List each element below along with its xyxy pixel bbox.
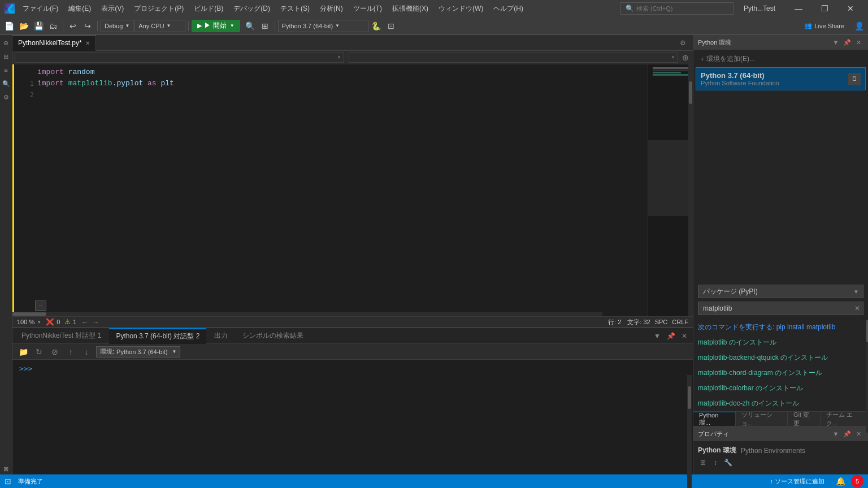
code-editor[interactable]: import random import matplotlib.pyplot a…: [12, 64, 648, 316]
properties-close-button[interactable]: ✕: [853, 429, 863, 439]
properties-dropdown-button[interactable]: ▼: [831, 429, 841, 439]
zoom-dropdown[interactable]: 100 % ▼: [17, 319, 41, 325]
package-source-dropdown[interactable]: パッケージ (PyPI) ▼: [698, 285, 863, 298]
menu-tools[interactable]: ツール(T): [349, 2, 387, 16]
platform-dropdown[interactable]: Any CPU ▼: [134, 20, 185, 32]
minimap-slider[interactable]: [648, 140, 693, 216]
bottom-tab-1[interactable]: PythonNikkeiTest 対話型 1: [15, 328, 108, 344]
environments-button[interactable]: 🐍: [370, 19, 383, 33]
close-button[interactable]: ✕: [837, 0, 863, 17]
bottom-vscrollbar[interactable]: [687, 375, 692, 488]
sidebar-icon-4[interactable]: 🔍: [1, 78, 12, 89]
bottom-tab-2[interactable]: Python 3.7 (64-bit) 対話型 2: [109, 328, 206, 344]
package-result-0[interactable]: 次のコマンドを実行する: pip install matplotlib: [698, 320, 863, 335]
menu-build[interactable]: ビルド(B): [189, 2, 228, 16]
panel-tab-solution[interactable]: ソリューショ...: [736, 412, 788, 426]
undo-button[interactable]: ↩: [66, 19, 80, 33]
properties-pin-button[interactable]: 📌: [842, 429, 852, 439]
panel-pin-button[interactable]: 📌: [842, 37, 852, 47]
package-result-2[interactable]: matplotlib-backend-qtquick のインストール: [698, 350, 863, 365]
sidebar-icon-1[interactable]: ⊕: [1, 37, 12, 49]
maximize-button[interactable]: ❐: [811, 0, 837, 17]
interactive-env-selector[interactable]: 環境: Python 3.7 (64-bit) ▼: [96, 346, 180, 358]
package-result-5[interactable]: matplotlib-doc-zh のインストール: [698, 396, 863, 411]
add-tab-button[interactable]: ⊕: [680, 53, 691, 63]
settings-icon[interactable]: ⚙: [677, 37, 688, 49]
debug-config-dropdown[interactable]: Debug ▼: [101, 20, 133, 32]
property-icon-3[interactable]: 🔧: [723, 457, 733, 468]
editor-vscrollbar[interactable]: [688, 64, 693, 316]
save-button[interactable]: 💾: [32, 19, 45, 33]
menu-debug[interactable]: デバッグ(D): [229, 2, 275, 16]
search-in-code-button[interactable]: 🔍: [244, 19, 257, 33]
package-source-select[interactable]: パッケージ (PyPI): [698, 285, 863, 298]
panel-tab-team[interactable]: チーム エク...: [821, 412, 868, 426]
bottom-panel-pin[interactable]: 📌: [665, 330, 677, 342]
package-search-input[interactable]: [698, 302, 852, 315]
panel-dropdown-button[interactable]: ▼: [831, 37, 841, 47]
sidebar-icon-bottom[interactable]: ⊠: [1, 463, 12, 474]
menu-edit[interactable]: 編集(E): [64, 2, 96, 16]
code-line-1[interactable]: import random: [35, 67, 648, 78]
source-control-status[interactable]: ↑ ソース管理に追加: [767, 477, 827, 486]
repl-refresh-button[interactable]: ↻: [33, 346, 45, 358]
editor-hscrollbar[interactable]: [12, 312, 602, 316]
new-file-button[interactable]: 📄: [2, 19, 16, 33]
property-icon-1[interactable]: ⊞: [698, 457, 708, 468]
tab-close-button[interactable]: ✕: [85, 40, 90, 46]
repl-clear-button[interactable]: ⊘: [49, 346, 61, 358]
code-line-2[interactable]: import matplotlib.pyplot as plt: [35, 78, 648, 89]
menu-analyze[interactable]: 分析(N): [315, 2, 348, 16]
nav-back-button[interactable]: ←: [81, 318, 88, 326]
property-icon-2[interactable]: ↕: [710, 457, 721, 468]
package-result-1[interactable]: matplotlib のインストール: [698, 335, 863, 350]
layout-button[interactable]: ⊞: [258, 19, 272, 33]
open-file-button[interactable]: 📂: [17, 19, 31, 33]
nav-forward-button[interactable]: →: [92, 318, 99, 326]
menu-help[interactable]: ヘルプ(H): [489, 2, 528, 16]
symbol-dropdown-arrow: ▼: [671, 55, 675, 60]
package-result-3[interactable]: matplotlib-chord-diagram のインストール: [698, 365, 863, 381]
search-input[interactable]: [636, 5, 715, 12]
layout2-button[interactable]: ⊡: [384, 19, 398, 33]
menu-window[interactable]: ウィンドウ(W): [434, 2, 488, 16]
repl-down-button[interactable]: ↓: [80, 346, 93, 358]
sidebar-icon-5[interactable]: ⚙: [1, 91, 12, 103]
redo-button[interactable]: ↪: [81, 19, 94, 33]
menu-file[interactable]: ファイル(F): [18, 2, 63, 16]
menu-view[interactable]: 表示(V): [97, 2, 128, 16]
repl-folder-button[interactable]: 📁: [17, 346, 29, 358]
repl-up-button[interactable]: ↑: [64, 346, 77, 358]
menu-project[interactable]: プロジェクト(P): [129, 2, 188, 16]
bottom-panel-dropdown[interactable]: ▼: [651, 330, 663, 342]
error-warning-area: ❌ 0 ⚠ 1: [46, 318, 76, 326]
interactive-env-label: 環境:: [100, 347, 114, 356]
minimize-button[interactable]: —: [785, 0, 811, 17]
add-icon: +: [700, 55, 704, 63]
start-button[interactable]: ▶ ▶ 開始 ▼: [192, 20, 240, 32]
panel-close-button[interactable]: ✕: [853, 37, 863, 47]
interactive-body[interactable]: >>>: [12, 360, 693, 474]
bottom-tab-4[interactable]: シンボルの検索結果: [236, 328, 310, 344]
package-result-4[interactable]: matplotlib-colorbar のインストール: [698, 381, 863, 396]
profile-button[interactable]: 👤: [852, 19, 866, 33]
symbol-dropdown[interactable]: ▼: [349, 53, 678, 63]
bottom-panel-close[interactable]: ✕: [678, 330, 691, 342]
panel-tab-python-env[interactable]: Python 環...: [693, 412, 736, 426]
editor-tab-file[interactable]: PythonNikkeiTest.py* ✕: [12, 35, 96, 51]
python-env-item[interactable]: Python 3.7 (64-bit) Python Software Foun…: [696, 67, 866, 90]
title-search-box[interactable]: 🔍: [620, 2, 734, 15]
results-vscrollbar[interactable]: [866, 320, 868, 433]
package-search-clear-button[interactable]: ✕: [852, 303, 863, 314]
save-all-button[interactable]: 🗂: [46, 19, 60, 33]
sidebar-icon-2[interactable]: ⊞: [1, 51, 12, 62]
file-path-dropdown[interactable]: ▼: [15, 53, 344, 63]
python-version-dropdown[interactable]: Python 3.7 (64-bit) ▼: [278, 20, 368, 32]
bottom-tab-3[interactable]: 出力: [207, 328, 235, 344]
add-environment-button[interactable]: + 環境を追加(E)...: [696, 52, 866, 66]
menu-extensions[interactable]: 拡張機能(X): [388, 2, 433, 16]
menu-test[interactable]: テスト(S): [276, 2, 314, 16]
panel-tab-git[interactable]: Git 変更: [788, 412, 821, 426]
sidebar-icon-3[interactable]: ≡: [1, 64, 12, 76]
live-share-button[interactable]: 👥 Live Share: [800, 22, 849, 29]
